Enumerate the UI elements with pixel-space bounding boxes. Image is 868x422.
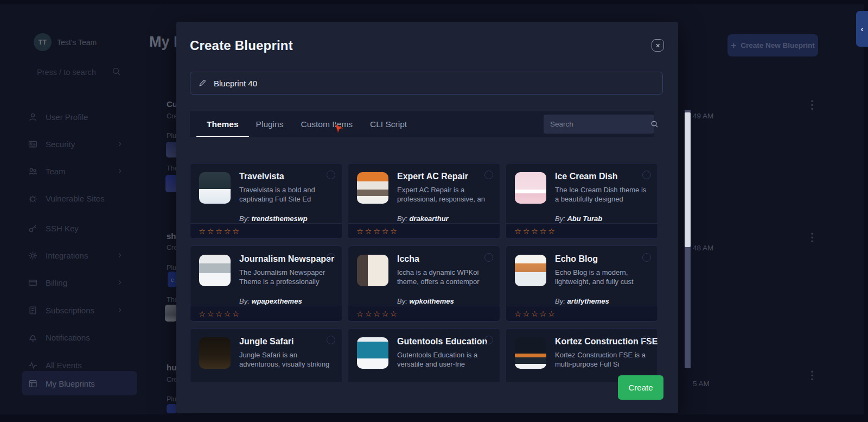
theme-rating-bar: ☆☆☆☆☆ bbox=[506, 223, 658, 238]
theme-card-travelvista[interactable]: TravelvistaTravelvista is a bold and cap… bbox=[190, 163, 342, 239]
theme-author: By: wpkoithemes bbox=[397, 297, 454, 305]
theme-select-radio[interactable] bbox=[642, 336, 651, 344]
theme-title: Ice Cream Dish bbox=[555, 172, 618, 181]
theme-thumbnail bbox=[357, 337, 388, 369]
theme-description: Kortez Construction FSE is a multi-purpo… bbox=[555, 351, 648, 369]
star-rating-icons: ☆☆☆☆☆ bbox=[514, 310, 557, 318]
star-rating-icons: ☆☆☆☆☆ bbox=[199, 227, 241, 236]
blueprint-name-field[interactable] bbox=[190, 72, 663, 95]
modal-scrollbar-track[interactable] bbox=[685, 110, 691, 368]
window-frame-bottom bbox=[0, 414, 868, 422]
theme-author: By: artifythemes bbox=[555, 297, 609, 305]
theme-thumbnail bbox=[199, 337, 231, 369]
theme-title: Echo Blog bbox=[555, 254, 598, 264]
theme-description: Gutentools Education is a versatile and … bbox=[397, 351, 490, 369]
modal-title: Create Blueprint bbox=[190, 38, 293, 53]
theme-description: The Ice Cream Dish theme is a beautifull… bbox=[555, 186, 648, 204]
theme-select-radio[interactable] bbox=[484, 171, 493, 179]
search-icon bbox=[650, 120, 659, 128]
theme-description: Iccha is a dynamic WPKoi theme, offers a… bbox=[397, 268, 490, 286]
theme-title: Jungle Safari bbox=[239, 337, 293, 347]
theme-thumbnail bbox=[515, 337, 546, 369]
theme-title: Travelvista bbox=[239, 172, 284, 181]
modal-scrollbar-thumb[interactable] bbox=[685, 112, 691, 247]
panel-collapse-toggle[interactable]: ‹ bbox=[856, 11, 868, 47]
theme-thumbnail bbox=[357, 255, 388, 286]
theme-card-journalism-newspaper[interactable]: Journalism NewspaperThe Journalism Newsp… bbox=[190, 245, 342, 322]
theme-description: The Journalism Newspaper Theme is a prof… bbox=[239, 268, 333, 286]
theme-description: Echo Blog is a modern, lightweight, and … bbox=[555, 268, 648, 286]
theme-select-radio[interactable] bbox=[642, 171, 651, 179]
window-frame-top bbox=[0, 0, 868, 4]
theme-rating-bar: ☆☆☆☆☆ bbox=[190, 306, 342, 321]
pencil-icon bbox=[198, 79, 207, 87]
theme-select-radio[interactable] bbox=[327, 253, 335, 262]
theme-search-input[interactable] bbox=[550, 120, 646, 128]
themes-scroll-area[interactable]: TravelvistaTravelvista is a bold and cap… bbox=[190, 137, 665, 382]
theme-card-ice-cream-dish[interactable]: Ice Cream DishThe Ice Cream Dish theme i… bbox=[506, 163, 658, 239]
tab-cli-script[interactable]: CLI Script bbox=[361, 111, 416, 137]
theme-select-radio[interactable] bbox=[642, 253, 651, 262]
theme-select-radio[interactable] bbox=[484, 253, 493, 262]
tab-themes[interactable]: Themes bbox=[198, 111, 247, 137]
theme-card-gutentools-education[interactable]: Gutentools EducationGutentools Education… bbox=[348, 328, 500, 382]
create-blueprint-modal: Create Blueprint ✕ ThemesPluginsCustom I… bbox=[176, 22, 678, 413]
theme-card-jungle-safari[interactable]: Jungle SafariJungle Safari is an adventu… bbox=[190, 328, 342, 382]
star-rating-icons: ☆☆☆☆☆ bbox=[514, 227, 557, 236]
theme-title: Expert AC Repair bbox=[397, 172, 468, 181]
create-button[interactable]: Create bbox=[618, 375, 663, 400]
theme-select-radio[interactable] bbox=[327, 171, 335, 179]
theme-author: By: wpapexthemes bbox=[239, 297, 302, 305]
tab-plugins[interactable]: Plugins bbox=[247, 111, 292, 137]
theme-title: Gutentools Education bbox=[397, 337, 487, 347]
theme-description: Jungle Safari is an adventurous, visuall… bbox=[239, 351, 333, 369]
theme-title: Journalism Newspaper bbox=[239, 254, 334, 264]
theme-thumbnail bbox=[515, 172, 546, 204]
theme-rating-bar: ☆☆☆☆☆ bbox=[190, 223, 342, 238]
theme-author: By: drakearthur bbox=[397, 215, 449, 223]
theme-rating-bar: ☆☆☆☆☆ bbox=[348, 306, 500, 321]
theme-thumbnail bbox=[357, 172, 388, 204]
blueprint-name-input[interactable] bbox=[214, 79, 655, 88]
theme-card-kortez-construction-fse[interactable]: Kortez Construction FSEKortez Constructi… bbox=[506, 328, 658, 382]
tab-custom-items[interactable]: Custom Items bbox=[292, 111, 361, 137]
star-rating-icons: ☆☆☆☆☆ bbox=[356, 227, 399, 236]
theme-search-box[interactable] bbox=[544, 115, 654, 134]
window-frame-right bbox=[864, 0, 868, 422]
star-rating-icons: ☆☆☆☆☆ bbox=[356, 310, 399, 318]
theme-description: Travelvista is a bold and captivating Fu… bbox=[239, 186, 333, 204]
theme-select-radio[interactable] bbox=[327, 336, 335, 344]
theme-rating-bar: ☆☆☆☆☆ bbox=[506, 306, 658, 321]
star-rating-icons: ☆☆☆☆☆ bbox=[199, 310, 241, 318]
theme-rating-bar: ☆☆☆☆☆ bbox=[348, 223, 500, 238]
theme-title: Iccha bbox=[397, 254, 419, 264]
theme-card-echo-blog[interactable]: Echo BlogEcho Blog is a modern, lightwei… bbox=[506, 245, 658, 322]
theme-card-expert-ac-repair[interactable]: Expert AC RepairExpert AC Repair is a pr… bbox=[348, 163, 500, 239]
theme-description: Expert AC Repair is a professional, resp… bbox=[397, 186, 490, 204]
theme-author: By: Abu Turab bbox=[555, 215, 602, 223]
modal-tab-bar: ThemesPluginsCustom ItemsCLI Script bbox=[190, 111, 654, 137]
theme-thumbnail bbox=[199, 172, 231, 204]
tabs: ThemesPluginsCustom ItemsCLI Script bbox=[198, 111, 416, 137]
close-icon[interactable]: ✕ bbox=[652, 39, 664, 52]
theme-author: By: trendsthemeswp bbox=[239, 215, 308, 223]
theme-card-iccha[interactable]: IcchaIccha is a dynamic WPKoi theme, off… bbox=[348, 245, 500, 322]
theme-thumbnail bbox=[515, 255, 546, 286]
theme-select-radio[interactable] bbox=[484, 336, 493, 344]
theme-thumbnail bbox=[199, 255, 231, 286]
